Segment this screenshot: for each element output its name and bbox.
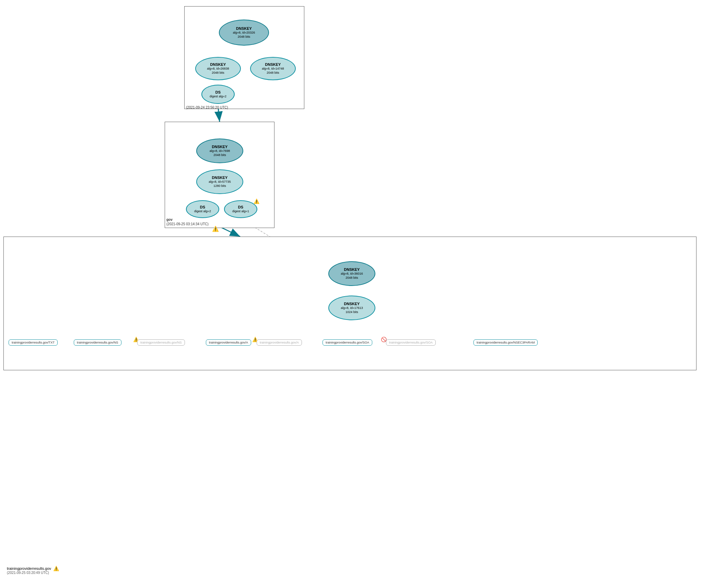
domain-ksk-ellipse: DNSKEY alg=8, id=360162048 bits	[328, 261, 375, 286]
root-ds-ellipse: DS digest alg=2	[201, 85, 235, 104]
gov-ds1-ellipse: DS digest alg=2	[186, 200, 219, 218]
record-ns1: trainingproviderresults.gov/NS	[74, 339, 121, 346]
record-ns2-faded: trainingproviderresults.gov/NS	[137, 339, 185, 346]
gov-zone-timestamp: (2021-09-25 03:14:34 UTC)	[166, 222, 209, 226]
root-zsk2-ellipse: DNSKEY alg=8, id=147482048 bits	[250, 57, 296, 80]
record-txt: trainingproviderresults.gov/TXT	[9, 339, 58, 346]
domain-zsk-ellipse: DNSKEY alg=8, id=176131024 bits	[328, 296, 375, 320]
ds2-warn-icon: ⚠️	[254, 198, 259, 204]
bottom-timestamp: (2021-09-25 03:20:49 UTC)	[7, 571, 49, 575]
record-a2-faded: trainingproviderresults.gov/A	[257, 339, 302, 346]
bottom-warn-icon: ⚠️	[53, 566, 59, 571]
record-nsec3param: trainingproviderresults.gov/NSEC3PARAM	[473, 339, 538, 346]
gov-ksk-ellipse: DNSKEY alg=8, id=76982048 bits	[196, 139, 243, 163]
root-ksk-ellipse: DNSKEY alg=8, id=203262048 bits	[219, 20, 269, 46]
gov-zsk-ellipse: DNSKEY alg=8, id=577351280 bits	[196, 169, 243, 194]
root-zsk1-ellipse: DNSKEY alg=8, id=268382048 bits	[195, 57, 241, 80]
diagram-container: (2021-09-24 23:56:20 UTC) DNSKEY alg=8, …	[0, 0, 703, 588]
bottom-domain-info: trainingproviderresults.gov ⚠️	[7, 566, 59, 571]
zone-transition-warn-icon: ⚠️	[212, 226, 219, 232]
gov-ds2-ellipse: DS digest alg=1 ⚠️	[224, 200, 257, 218]
record-soa1: trainingproviderresults.gov/SOA	[323, 339, 372, 346]
root-zone-timestamp: (2021-09-24 23:56:20 UTC)	[186, 106, 228, 109]
record-soa2-faded: trainingproviderresults.gov/SOA	[386, 339, 436, 346]
record-a1: trainingproviderresults.gov/A	[206, 339, 251, 346]
gov-zone-label: gov	[166, 218, 173, 221]
